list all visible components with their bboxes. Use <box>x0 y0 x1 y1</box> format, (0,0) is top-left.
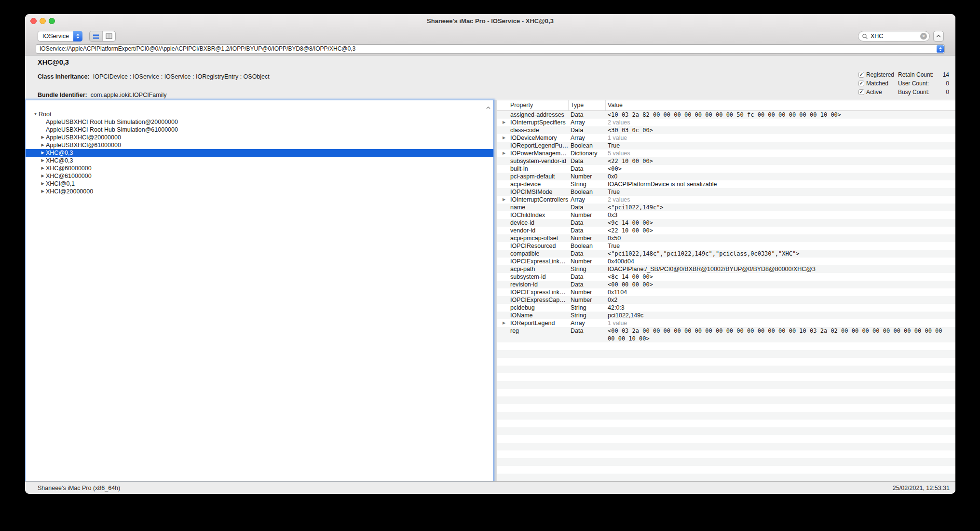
disclosure-triangle-icon[interactable]: ▶ <box>503 134 510 142</box>
property-row[interactable]: nameData<"pci1022,149c"> <box>497 204 955 211</box>
property-type: String <box>569 304 606 312</box>
property-row[interactable]: IOReportLegendPublicBooleanTrue <box>497 142 955 150</box>
tree-item[interactable]: ▶XHC@61000000 <box>26 172 493 180</box>
property-name: reg <box>510 327 519 342</box>
registry-tree: ▼RootAppleUSBXHCI Root Hub Simulation@20… <box>26 100 493 195</box>
property-row[interactable]: pcidebugString42:0:3 <box>497 304 955 312</box>
property-row[interactable]: ▶IOInterruptControllersArray2 values <box>497 196 955 204</box>
tree-item[interactable]: ▶XHCI@20000000 <box>26 188 493 195</box>
property-name: IOPCIResourced <box>510 242 556 250</box>
disclosure-triangle-icon[interactable]: ▶ <box>503 319 510 327</box>
property-row[interactable]: assigned-addressesData<10 03 2a 82 00 00… <box>497 111 955 119</box>
tree-item[interactable]: ▶AppleUSBXHCI@20000000 <box>26 134 493 141</box>
property-row[interactable]: ▶IOPowerManagementDictionary5 values <box>497 150 955 157</box>
disclosure-triangle-icon[interactable]: ▶ <box>503 150 510 157</box>
property-row[interactable]: built-inData<00> <box>497 165 955 173</box>
close-button[interactable] <box>30 18 37 24</box>
property-type: Boolean <box>569 142 606 150</box>
property-row[interactable]: pci-aspm-defaultNumber0x0 <box>497 173 955 180</box>
path-value: IOService:/AppleACPIPlatformExpert/PCI0@… <box>40 45 355 52</box>
tree-item[interactable]: ▼Root <box>26 110 493 118</box>
property-row[interactable]: acpi-pathStringIOACPIPlane:/_SB/PCI0@0/B… <box>497 265 955 273</box>
disclosure-spacer <box>503 265 510 273</box>
node-info-header: XHC@0,3 Class Inheritance:IOPCIDevice : … <box>25 55 955 100</box>
disclosure-triangle-icon[interactable]: ▶ <box>40 157 46 164</box>
search-field[interactable]: XHC ✕ <box>858 31 930 41</box>
column-header-value[interactable]: Value <box>606 100 955 110</box>
property-row[interactable]: IOChildIndexNumber0x3 <box>497 211 955 219</box>
tree-item[interactable]: ▶XHCI@0,1 <box>26 180 493 188</box>
clear-search-button[interactable]: ✕ <box>920 33 927 40</box>
property-name: IOInterruptControllers <box>510 196 568 204</box>
checkbox-active[interactable]: ✓ <box>858 89 864 95</box>
property-row[interactable]: device-idData<9c 14 00 00> <box>497 219 955 227</box>
zoom-button[interactable] <box>49 18 55 24</box>
property-cell: IOReportLegendPublic <box>497 142 569 150</box>
property-row[interactable]: IOPCIExpressLinkStat…Number0x1104 <box>497 288 955 296</box>
property-row[interactable]: ▶IOInterruptSpecifiersArray2 values <box>497 119 955 126</box>
column-header-property[interactable]: Property <box>497 100 569 110</box>
tree-item[interactable]: ▶XHC@60000000 <box>26 164 493 172</box>
property-name: acpi-pmcap-offset <box>510 234 558 242</box>
path-field[interactable]: IOService:/AppleACPIPlatformExpert/PCI0@… <box>36 44 945 54</box>
registry-tree-panel[interactable]: ▼RootAppleUSBXHCI Root Hub Simulation@20… <box>25 100 494 481</box>
property-type: Data <box>569 165 606 173</box>
property-value: 0x1104 <box>606 288 955 296</box>
property-row[interactable]: IOPCIExpressCapabili…Number0x2 <box>497 296 955 304</box>
path-popup-icon[interactable] <box>937 45 944 53</box>
property-row[interactable]: ▶IOReportLegendArray1 value <box>497 319 955 327</box>
property-type: Data <box>569 219 606 227</box>
tree-item[interactable]: ▶XHC@0,3 <box>26 149 493 157</box>
checkbox-matched[interactable]: ✓ <box>858 81 864 86</box>
property-row[interactable]: acpi-deviceStringIOACPIPlatformDevice is… <box>497 180 955 188</box>
property-name: IOName <box>510 312 533 319</box>
property-row[interactable]: IOPCIExpressLinkCap…Number0x400d04 <box>497 258 955 265</box>
disclosure-triangle-icon[interactable]: ▶ <box>40 134 46 141</box>
disclosure-triangle-icon[interactable]: ▶ <box>40 188 46 195</box>
column-view-button[interactable] <box>103 31 115 41</box>
titlebar[interactable]: Shaneee's iMac Pro - IOService - XHC@0,3 <box>25 14 955 28</box>
busy-count-label: Busy Count: <box>898 89 936 95</box>
property-cell: device-id <box>497 219 569 227</box>
disclosure-spacer <box>503 157 510 165</box>
property-row[interactable]: compatibleData<"pci1022,148c","pci1022,1… <box>497 250 955 258</box>
disclosure-triangle-icon[interactable]: ▶ <box>40 172 46 180</box>
search-input[interactable]: XHC <box>871 33 918 40</box>
disclosure-triangle-icon[interactable]: ▶ <box>40 141 46 149</box>
tree-item[interactable]: ▶AppleUSBXHCI@61000000 <box>26 141 493 149</box>
column-header-type[interactable]: Type <box>569 100 606 110</box>
property-row[interactable]: IOPCIMSIModeBooleanTrue <box>497 188 955 196</box>
property-row[interactable]: IOPCIResourcedBooleanTrue <box>497 242 955 250</box>
property-value: 0x2 <box>606 296 955 304</box>
property-name: vendor-id <box>510 227 535 234</box>
property-value: 0x0 <box>606 173 955 180</box>
disclosure-triangle-icon[interactable]: ▶ <box>40 149 46 157</box>
property-type: String <box>569 180 606 188</box>
list-view-button[interactable] <box>90 31 103 41</box>
tree-item[interactable]: AppleUSBXHCI Root Hub Simulation@6100000… <box>26 126 493 134</box>
property-row[interactable]: regData<00 03 2a 00 00 00 00 00 00 00 00… <box>497 327 955 342</box>
disclosure-triangle-icon[interactable]: ▶ <box>40 164 46 172</box>
plane-select[interactable]: IOService <box>38 31 82 41</box>
chevron-up-button[interactable] <box>933 31 944 41</box>
minimize-button[interactable] <box>40 18 46 24</box>
tree-item[interactable]: ▶XHC@0,3 <box>26 157 493 164</box>
property-row[interactable]: subsystem-vendor-idData<22 10 00 00> <box>497 157 955 165</box>
property-type: String <box>569 312 606 319</box>
property-value: 2 values <box>606 196 955 204</box>
property-row[interactable]: IONameStringpci1022,149c <box>497 312 955 319</box>
tree-item-label: AppleUSBXHCI@61000000 <box>46 141 121 149</box>
checkbox-registered[interactable]: ✓ <box>858 72 864 78</box>
scroll-up-icon[interactable] <box>486 102 490 111</box>
property-row[interactable]: class-codeData<30 03 0c 00> <box>497 126 955 134</box>
disclosure-triangle-icon[interactable]: ▶ <box>40 180 46 188</box>
property-row[interactable]: ▶IODeviceMemoryArray1 value <box>497 134 955 142</box>
property-row[interactable]: subsystem-idData<8c 14 00 00> <box>497 273 955 281</box>
disclosure-triangle-icon[interactable]: ▶ <box>503 196 510 204</box>
property-row[interactable]: revision-idData<00 00 00 00> <box>497 281 955 288</box>
tree-item[interactable]: AppleUSBXHCI Root Hub Simulation@2000000… <box>26 118 493 126</box>
property-row[interactable]: acpi-pmcap-offsetNumber0x50 <box>497 234 955 242</box>
disclosure-triangle-icon[interactable]: ▼ <box>32 110 39 118</box>
disclosure-triangle-icon[interactable]: ▶ <box>503 119 510 126</box>
property-row[interactable]: vendor-idData<22 10 00 00> <box>497 227 955 234</box>
